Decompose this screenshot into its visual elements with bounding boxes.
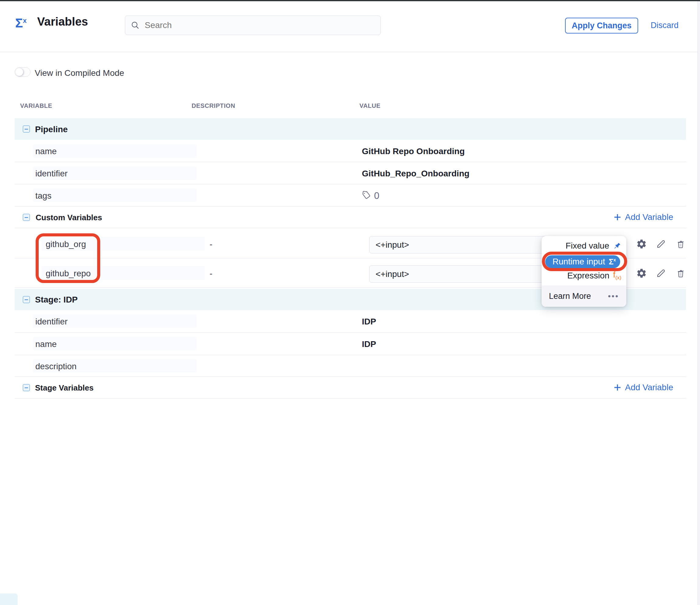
learn-more-link[interactable]: Learn More bbox=[549, 292, 591, 301]
github-org-settings-button[interactable] bbox=[636, 238, 647, 251]
search-input[interactable] bbox=[144, 20, 371, 30]
stage-identifier-label: identifier bbox=[35, 317, 68, 327]
pencil-icon bbox=[655, 245, 667, 250]
collapse-custom-variables-icon[interactable] bbox=[23, 214, 30, 221]
collapse-stage-variables-icon[interactable] bbox=[23, 384, 30, 391]
plus-icon bbox=[613, 212, 622, 222]
stage-section-title: Stage: IDP bbox=[35, 295, 78, 305]
github-repo-value: <+input> bbox=[376, 269, 409, 279]
value-type-menu: Fixed value Runtime input Σx Expression … bbox=[542, 236, 626, 307]
pipeline-section-row bbox=[15, 118, 686, 140]
gear-icon bbox=[636, 275, 647, 280]
pipeline-tags-label: tags bbox=[35, 191, 51, 201]
column-header-value: VALUE bbox=[359, 102, 380, 109]
add-variable-button-custom[interactable]: Add Variable bbox=[600, 210, 673, 224]
pipeline-identifier-label: identifier bbox=[35, 169, 68, 178]
scrollbar-track[interactable] bbox=[698, 1, 700, 605]
search-icon bbox=[131, 21, 140, 30]
compiled-mode-label: View in Compiled Mode bbox=[35, 68, 124, 78]
row-label-bg bbox=[33, 337, 197, 350]
pin-icon bbox=[613, 242, 621, 250]
stage-identifier-value: IDP bbox=[362, 317, 376, 327]
collapse-pipeline-icon[interactable] bbox=[23, 126, 30, 132]
custom-variables-title: Custom Variables bbox=[35, 213, 102, 222]
tag-icon bbox=[361, 190, 371, 200]
github-org-value: <+input> bbox=[376, 240, 409, 250]
github-repo-edit-button[interactable] bbox=[655, 268, 667, 280]
fx-icon: f(x) bbox=[613, 270, 621, 281]
sigma-x-logo-icon: Σx bbox=[15, 16, 26, 30]
page-title: Variables bbox=[37, 15, 88, 28]
annotation-highlight-runtime-input bbox=[542, 252, 627, 271]
add-variable-label: Add Variable bbox=[625, 212, 673, 222]
apply-changes-button[interactable]: Apply Changes bbox=[565, 18, 638, 33]
github-repo-description: - bbox=[209, 269, 212, 278]
compiled-mode-toggle[interactable] bbox=[15, 67, 30, 77]
github-org-description: - bbox=[209, 240, 212, 249]
column-header-variable: VARIABLE bbox=[20, 102, 52, 109]
trash-icon bbox=[676, 274, 686, 279]
github-repo-settings-button[interactable] bbox=[636, 268, 647, 280]
pipeline-name-label: name bbox=[35, 147, 57, 156]
row-label-bg bbox=[33, 188, 197, 202]
row-label-bg bbox=[33, 144, 197, 158]
search-box bbox=[125, 16, 381, 35]
fixed-value-label: Fixed value bbox=[566, 241, 609, 251]
menu-footer: Learn More ••• bbox=[542, 285, 626, 307]
menu-item-fixed-value[interactable]: Fixed value bbox=[542, 239, 626, 253]
header-bar: Σx Variables Apply Changes Discard bbox=[0, 1, 700, 52]
discard-button[interactable]: Discard bbox=[651, 21, 679, 30]
variables-panel: Σx Variables Apply Changes Discard View … bbox=[0, 0, 700, 605]
partial-toast bbox=[0, 594, 18, 605]
toggle-knob bbox=[16, 68, 23, 76]
stage-variables-title: Stage Variables bbox=[35, 383, 94, 393]
expression-label: Expression bbox=[567, 271, 609, 281]
github-repo-value-dropdown[interactable]: <+input> bbox=[369, 265, 550, 283]
github-repo-delete-button[interactable] bbox=[676, 268, 686, 279]
pipeline-identifier-value: GitHub_Repo_Onboarding bbox=[362, 169, 469, 178]
stage-name-value: IDP bbox=[362, 339, 376, 349]
plus-icon bbox=[613, 383, 622, 392]
github-org-value-dropdown[interactable]: <+input> bbox=[369, 236, 550, 253]
stage-description-label: description bbox=[35, 361, 76, 371]
pipeline-section-title: Pipeline bbox=[35, 125, 68, 134]
pencil-icon bbox=[655, 275, 667, 280]
gear-icon bbox=[636, 245, 647, 250]
annotation-highlight-variable-names bbox=[35, 233, 100, 283]
trash-icon bbox=[676, 245, 686, 250]
github-org-edit-button[interactable] bbox=[655, 238, 667, 251]
tags-count: 0 bbox=[374, 191, 379, 201]
add-variable-label: Add Variable bbox=[625, 383, 673, 393]
pipeline-name-value: GitHub Repo Onboarding bbox=[362, 147, 465, 156]
stage-name-label: name bbox=[35, 339, 57, 349]
column-header-description: DESCRIPTION bbox=[192, 102, 235, 109]
collapse-stage-icon[interactable] bbox=[23, 296, 30, 303]
add-variable-button-stage[interactable]: Add Variable bbox=[600, 380, 673, 395]
ellipsis-icon[interactable]: ••• bbox=[608, 292, 619, 301]
github-org-delete-button[interactable] bbox=[676, 239, 686, 250]
